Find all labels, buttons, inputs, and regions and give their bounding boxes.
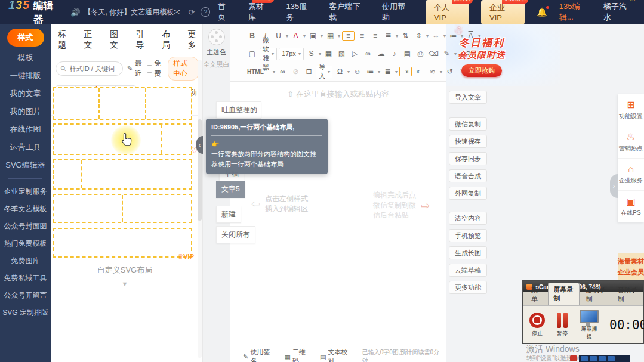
music-icon[interactable]: ♪ [389, 49, 400, 58]
announcement-link[interactable]: 【冬天, 你好】文艺通用模板>> [84, 7, 180, 17]
cloud-icon[interactable]: ☁ [375, 49, 387, 58]
emoji-icon[interactable]: ☺ [352, 67, 363, 76]
search-input[interactable] [69, 64, 122, 73]
material-vip-ad[interactable]: 海量素材 企业会员 [618, 253, 644, 281]
function-settings-item[interactable]: ⊞ 功能设置 [618, 94, 644, 126]
justify-icon[interactable]: ≣ [383, 32, 394, 40]
tab-title[interactable]: 标题 [58, 29, 73, 51]
insert-link-icon[interactable]: ∞ [277, 67, 288, 76]
sidebar-item-winter-templates[interactable]: 冬季文艺模板 [0, 200, 51, 218]
sidebar-item-free-gallery[interactable]: 免费图库 [0, 252, 51, 270]
ordered-list-caret-icon[interactable]: ▾ [378, 69, 380, 75]
layout-style-single-block[interactable] [53, 228, 192, 258]
blockquote-caret-icon[interactable]: ▾ [273, 69, 275, 75]
theme-color-label[interactable]: 主题色 [203, 48, 230, 57]
marketing-hotspot-item[interactable]: ♨ 营销热点 [618, 126, 644, 159]
card-icon[interactable]: ▤ [402, 49, 413, 58]
user-account[interactable]: 橘子汽水 Ⓥ [603, 1, 633, 23]
table-icon[interactable]: ▦ [323, 49, 334, 58]
font-color-caret-icon[interactable]: ▾ [303, 33, 306, 39]
unordered-list-icon[interactable]: ≣ [382, 67, 393, 76]
refresh-icon[interactable]: ⟳ [188, 8, 195, 17]
save-sync-button[interactable]: 保存同步 [449, 152, 487, 165]
panel-collapse-handle[interactable]: ‹ [196, 136, 203, 154]
proofread-button[interactable]: ▤ 文本校对 [320, 348, 354, 362]
sidebar-item-my-images[interactable]: 我的图片 [0, 103, 51, 120]
mobile-preview-button[interactable]: 手机预览 [449, 229, 487, 242]
nav-client-download[interactable]: 客户端下载 [329, 1, 366, 23]
personal-vip-button[interactable]: 个人VIP 限时送 [426, 0, 469, 24]
use-signature-button[interactable]: ✎ 使用签名 [243, 348, 276, 362]
ocam-pause-button[interactable]: 暂停 [554, 313, 570, 338]
custom-svg-layout-item[interactable]: 自定义SVG布局 [51, 265, 199, 276]
font-size-select[interactable]: 17px ▾ [279, 48, 304, 60]
notification-bell-icon[interactable]: 🔔 [537, 7, 547, 17]
online-ps-item[interactable]: ▣ 在线PS [618, 191, 644, 222]
nav-135-service[interactable]: 135服务 [286, 1, 314, 23]
underline-icon[interactable]: U [273, 32, 284, 40]
layout-style-two-columns-equal[interactable] [53, 194, 192, 223]
tab-more[interactable]: 更多 [188, 29, 203, 51]
tab-body[interactable]: 正文 [84, 29, 99, 51]
style-search-box[interactable]: ⚲ [56, 61, 123, 76]
sidebar-item-hot-free-templates[interactable]: 热门免费模板 [0, 235, 51, 252]
font-color-icon[interactable]: A [290, 32, 301, 40]
more-functions-button[interactable]: 更多功能 [449, 281, 487, 294]
icon-library-caret-icon[interactable]: ▾ [338, 33, 340, 39]
doc-tab-new[interactable]: 新建 [216, 206, 241, 223]
blockquote-icon[interactable]: ” [260, 67, 271, 76]
doc-tab-article1[interactable]: 吐血整理的 [216, 101, 261, 119]
line-height-icon[interactable]: ⇅ [400, 32, 411, 40]
link-icon[interactable]: ∞ [362, 49, 374, 58]
sidebar-item-cover-images[interactable]: 公众号封面图 [0, 218, 51, 235]
sidebar-item-templates[interactable]: 模板 [0, 49, 51, 67]
font-family-select[interactable]: 微软雅黑 ▾ [260, 48, 277, 60]
letter-spacing-caret-icon[interactable]: ▾ [443, 33, 446, 39]
load-more-arrow-icon[interactable]: ▼ [51, 280, 199, 287]
sidebar-item-free-private-tools[interactable]: 免费私域工具 [0, 270, 51, 287]
tab-imagetext[interactable]: 图文 [110, 29, 125, 51]
underline-caret-icon[interactable]: ▾ [286, 33, 288, 39]
nav-material-lib[interactable]: 素材库 +100个 [248, 1, 271, 23]
new-doc-icon[interactable]: ▢ [246, 49, 258, 58]
outdent-icon[interactable]: ⇤ [414, 67, 425, 76]
wechat-copy-button[interactable]: 微信复制 [449, 117, 487, 131]
app-logo[interactable]: 135 编辑器 [8, 0, 62, 26]
layers-caret-icon[interactable]: ▾ [440, 69, 442, 75]
quick-save-button[interactable]: 快速保存 [449, 135, 487, 148]
bg-color-caret-icon[interactable]: ▾ [321, 33, 323, 39]
tab-layout[interactable]: 布局 [162, 29, 177, 51]
paragraph-spacing-caret-icon[interactable]: ▾ [426, 33, 429, 39]
promo-buy-button[interactable]: 立即抢购 [461, 64, 502, 77]
paragraph-spacing-icon[interactable]: ⇕ [413, 32, 424, 40]
taskbar-app-icon[interactable] [570, 355, 577, 361]
ocam-tab-audio-record[interactable]: 音频录制 [612, 284, 643, 305]
ordered-list-icon[interactable]: ≔ [365, 67, 376, 76]
recent-filter[interactable]: ✎ 最近 [127, 58, 143, 79]
style-center-button[interactable]: 样式中心 [168, 57, 199, 81]
black-white-label[interactable]: 全文黑白 [203, 60, 230, 69]
tab-guide[interactable]: 引导 [136, 29, 151, 51]
ocam-stop-button[interactable]: 停止 [529, 313, 545, 338]
sidebar-item-operation-tools[interactable]: 运营工具 [0, 138, 51, 156]
free-checkbox[interactable]: 免费 [147, 58, 164, 79]
import-menu[interactable]: 导入 ▾ [316, 66, 332, 78]
html-mode-icon[interactable]: HTML [246, 69, 258, 75]
enterprise-service-item[interactable]: ⌂ 企业服务 [618, 159, 644, 191]
ocam-window[interactable]: oCam (4, 68, 1596, 748) 菜单 屏幕录制 游戏录制 音频录… [522, 280, 644, 344]
enterprise-vip-button[interactable]: 企业VIP 送京东卡 [481, 0, 525, 24]
ocam-capture-button[interactable]: 屏幕捕捉 [580, 310, 599, 341]
print-icon[interactable]: ⎙ [415, 49, 426, 58]
special-char-caret-icon[interactable]: ▾ [347, 69, 350, 75]
sidebar-item-official-comments[interactable]: 公众号开留言 [0, 287, 51, 304]
winter-promo-banner[interactable]: ☃ 冬日福利 会员限时送 立即抢购 [449, 27, 514, 77]
clear-content-button[interactable]: 清空内容 [449, 212, 487, 225]
bg-color-icon[interactable]: ▣ [307, 32, 319, 40]
theme-color-wheel-icon[interactable] [208, 29, 225, 45]
layers-icon[interactable]: ≋ [427, 67, 438, 76]
nav-home[interactable]: 首页 [218, 1, 233, 23]
tts-button[interactable]: 语音合成 [449, 169, 487, 182]
external-copy-button[interactable]: 外网复制 [449, 187, 487, 200]
align-left-icon[interactable]: ≡ [342, 31, 355, 41]
unlink-icon[interactable]: ⊘ [290, 67, 301, 76]
